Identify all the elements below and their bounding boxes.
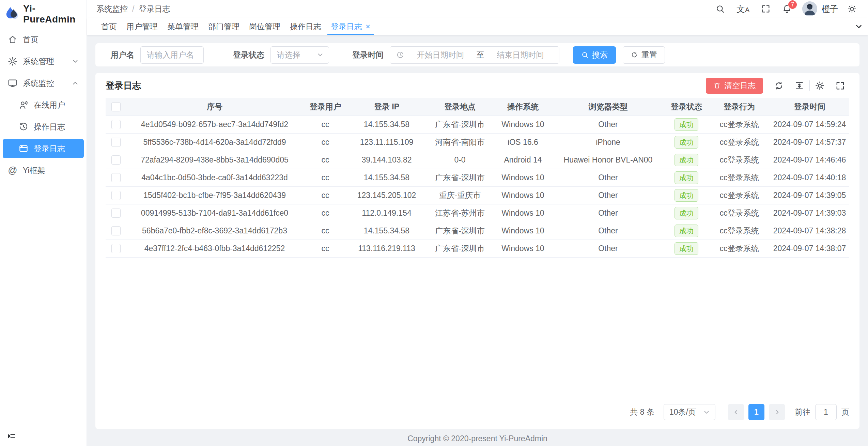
search-form-card: 用户名 登录状态 请选择 登录时间 开始日期时间 至 结束日期时间 — [95, 43, 859, 66]
next-page-button[interactable] — [769, 404, 785, 420]
search-icon[interactable] — [715, 4, 725, 14]
search-button[interactable]: 搜索 — [573, 46, 616, 64]
chevron-right-icon — [774, 409, 780, 416]
translate-icon[interactable]: 文A — [737, 5, 749, 13]
cell-behavior: cc登录系统 — [709, 116, 770, 133]
column-settings-gear-icon[interactable] — [815, 81, 825, 91]
reset-button[interactable]: 重置 — [623, 46, 665, 64]
row-checkbox[interactable] — [111, 191, 121, 200]
tab-user-management[interactable]: 用户管理 — [122, 18, 162, 35]
cell-os: Android 14 — [494, 151, 552, 169]
status-badge: 成功 — [675, 207, 698, 219]
tab-dept-management[interactable]: 部门管理 — [203, 18, 244, 35]
row-checkbox[interactable] — [111, 173, 121, 182]
username: 橙子 — [822, 3, 838, 14]
cell-behavior: cc登录系统 — [709, 151, 770, 169]
sidebar-item-label: 首页 — [23, 34, 38, 45]
row-checkbox[interactable] — [111, 209, 121, 218]
login-log-table: 序号 登录用户 登录 IP 登录地点 操作系统 浏览器类型 登录状态 登录行为 … — [106, 98, 849, 258]
tab-operation-logs[interactable]: 操作日志 — [285, 18, 326, 35]
sidebar-item-label: 登录日志 — [34, 143, 65, 154]
table-header-row: 序号 登录用户 登录 IP 登录地点 操作系统 浏览器类型 登录状态 登录行为 … — [106, 98, 849, 116]
collapse-sidebar-icon[interactable] — [7, 431, 16, 441]
cell-ip: 123.145.205.102 — [347, 186, 426, 204]
select-all-checkbox[interactable] — [111, 102, 121, 111]
cell-serial: 4e1d0549-b092-657b-aec7-3a14dd749fd2 — [126, 116, 303, 133]
table-fullscreen-icon[interactable] — [835, 81, 845, 91]
row-checkbox[interactable] — [111, 120, 121, 129]
sidebar-item-yi-framework[interactable]: @ Yi框架 — [3, 161, 84, 180]
tab-close-icon[interactable]: × — [366, 22, 370, 31]
tab-post-management[interactable]: 岗位管理 — [244, 18, 285, 35]
fullscreen-icon[interactable] — [761, 4, 771, 14]
prev-page-button[interactable] — [728, 404, 744, 420]
username-input[interactable] — [140, 46, 204, 64]
end-date-placeholder[interactable]: 结束日期时间 — [488, 50, 553, 60]
cell-location: 广东省-深圳市 — [426, 240, 494, 257]
tab-login-logs[interactable]: 登录日志 × — [326, 18, 375, 35]
cell-time: 2024-09-07 14:57:37 — [770, 133, 849, 151]
page-number-button[interactable]: 1 — [748, 404, 764, 420]
cell-user: cc — [303, 240, 347, 257]
sidebar-submenu-system-monitor: 在线用户 操作日志 登录日志 — [3, 95, 84, 158]
sidebar-item-label: Yi框架 — [23, 165, 45, 176]
cell-behavior: cc登录系统 — [709, 222, 770, 240]
cell-time: 2024-09-07 14:39:05 — [770, 186, 849, 204]
row-checkbox[interactable] — [111, 226, 121, 235]
settings-gear-icon[interactable] — [847, 4, 857, 14]
row-checkbox-cell — [106, 240, 126, 257]
row-checkbox-cell — [106, 151, 126, 169]
cell-ip: 14.155.34.58 — [347, 169, 426, 186]
sidebar-item-operation-logs[interactable]: 操作日志 — [3, 117, 84, 136]
notification-badge: 7 — [788, 0, 797, 10]
at-icon: @ — [7, 165, 18, 176]
row-checkbox-cell — [106, 116, 126, 133]
cell-os: Windows 10 — [494, 169, 552, 186]
sidebar-item-home[interactable]: 首页 — [3, 30, 84, 49]
cell-os: Windows 10 — [494, 240, 552, 257]
cell-user: cc — [303, 169, 347, 186]
refresh-table-icon[interactable] — [774, 81, 784, 91]
row-checkbox[interactable] — [111, 244, 121, 253]
date-range-separator: 至 — [473, 50, 488, 60]
cell-os: Windows 10 — [494, 116, 552, 133]
cell-user: cc — [303, 222, 347, 240]
user-menu[interactable]: 橙子 — [802, 1, 838, 16]
breadcrumb-parent[interactable]: 系统监控 — [96, 4, 128, 14]
clear-logs-button[interactable]: 清空日志 — [706, 78, 763, 94]
column-header-location: 登录地点 — [426, 98, 494, 116]
navbar-actions: 文A 7 橙子 — [710, 1, 863, 16]
cell-os: Windows 10 — [494, 186, 552, 204]
page-unit-label: 页 — [841, 407, 849, 417]
tab-menu-management[interactable]: 菜单管理 — [162, 18, 203, 35]
login-status-select[interactable]: 请选择 — [270, 46, 329, 64]
row-checkbox[interactable] — [111, 155, 121, 165]
cell-time: 2024-09-07 14:46:46 — [770, 151, 849, 169]
logo[interactable]: Yi-PureAdmin — [0, 0, 87, 28]
status-badge: 成功 — [675, 225, 698, 237]
login-time-range-picker[interactable]: 开始日期时间 至 结束日期时间 — [390, 46, 559, 64]
column-header-user: 登录用户 — [303, 98, 347, 116]
row-density-icon[interactable] — [794, 81, 804, 91]
cell-serial: 72afa294-8209-438e-8bb5-3a14dd690d05 — [126, 151, 303, 169]
status-badge: 成功 — [675, 118, 698, 131]
goto-page-input[interactable] — [815, 404, 837, 420]
cell-status: 成功 — [664, 116, 709, 133]
tabs-more-chevron-icon[interactable] — [851, 22, 867, 31]
sidebar-item-online-users[interactable]: 在线用户 — [3, 95, 84, 114]
cell-user: cc — [303, 186, 347, 204]
chevron-down-icon — [72, 58, 79, 65]
login-log-card: 登录日志 清空日志 — [95, 73, 859, 429]
row-checkbox[interactable] — [111, 138, 121, 147]
sidebar-item-system-management[interactable]: 系统管理 — [3, 52, 84, 71]
cell-location: 江苏省-苏州市 — [426, 204, 494, 222]
sidebar-item-login-logs[interactable]: 登录日志 — [3, 139, 84, 158]
cell-user: cc — [303, 116, 347, 133]
tab-home[interactable]: 首页 — [96, 18, 122, 35]
sidebar-item-system-monitor[interactable]: 系统监控 — [3, 74, 84, 93]
notification-bell-icon[interactable]: 7 — [782, 4, 792, 14]
page-size-select[interactable]: 10条/页 — [664, 404, 715, 420]
cell-browser: Other — [552, 186, 664, 204]
app-root: Yi-PureAdmin 首页 系统管理 系统监控 在线用户 — [0, 0, 868, 446]
start-date-placeholder[interactable]: 开始日期时间 — [408, 50, 473, 60]
